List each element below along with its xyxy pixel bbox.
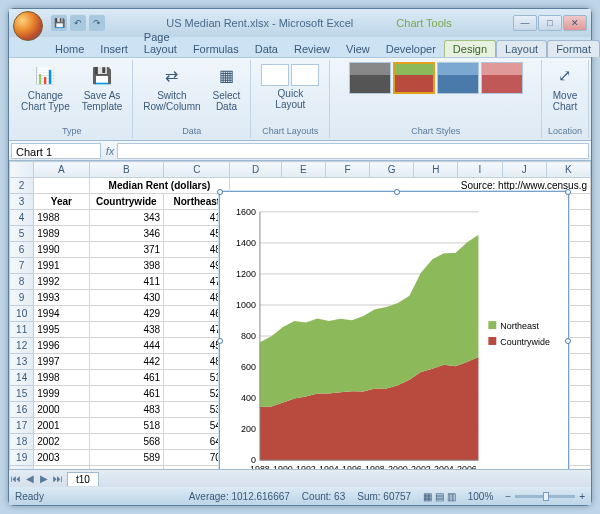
formula-bar: Chart 1 fx xyxy=(9,141,591,161)
save-icon[interactable]: 💾 xyxy=(51,15,67,31)
svg-text:1600: 1600 xyxy=(236,207,256,217)
tab-insert[interactable]: Insert xyxy=(92,41,136,57)
svg-text:2002: 2002 xyxy=(411,464,431,469)
zoom-level[interactable]: 100% xyxy=(468,491,494,502)
ribbon: 📊Change Chart Type 💾Save As Template Typ… xyxy=(9,57,591,141)
close-button[interactable]: ✕ xyxy=(563,15,587,31)
svg-text:600: 600 xyxy=(241,362,256,372)
svg-text:400: 400 xyxy=(241,393,256,403)
switch-row-col-button[interactable]: ⇄Switch Row/Column xyxy=(139,62,204,114)
name-box[interactable]: Chart 1 xyxy=(11,143,101,159)
svg-text:1996: 1996 xyxy=(342,464,362,469)
svg-text:1400: 1400 xyxy=(236,238,256,248)
chart-style-thumb[interactable] xyxy=(349,62,391,94)
tab-first-icon[interactable]: ⏮ xyxy=(9,473,23,484)
sheet-tab[interactable]: t10 xyxy=(67,472,99,486)
fx-icon[interactable]: fx xyxy=(103,145,117,157)
svg-rect-30 xyxy=(488,321,496,329)
undo-icon[interactable]: ↶ xyxy=(70,15,86,31)
svg-text:1200: 1200 xyxy=(236,269,256,279)
chart-styles-gallery[interactable] xyxy=(349,62,523,126)
redo-icon[interactable]: ↷ xyxy=(89,15,105,31)
minimize-button[interactable]: — xyxy=(513,15,537,31)
quick-access-toolbar: 💾 ↶ ↷ xyxy=(51,15,105,31)
svg-text:1998: 1998 xyxy=(365,464,385,469)
chart-style-thumb[interactable] xyxy=(393,62,435,94)
svg-text:2006: 2006 xyxy=(457,464,477,469)
window-title: US Median Rent.xlsx - Microsoft Excel Ch… xyxy=(105,17,513,29)
sheet-tab-bar: ⏮◀▶⏭ t10 xyxy=(9,469,591,487)
svg-text:Northeast: Northeast xyxy=(500,321,539,331)
tab-view[interactable]: View xyxy=(338,41,378,57)
svg-text:1000: 1000 xyxy=(236,300,256,310)
tab-data[interactable]: Data xyxy=(247,41,286,57)
tab-format[interactable]: Format xyxy=(547,40,600,57)
svg-text:1994: 1994 xyxy=(319,464,339,469)
tab-next-icon[interactable]: ▶ xyxy=(37,473,51,484)
tab-last-icon[interactable]: ⏭ xyxy=(51,473,65,484)
tab-review[interactable]: Review xyxy=(286,41,338,57)
tab-page-layout[interactable]: Page Layout xyxy=(136,29,185,57)
svg-text:2004: 2004 xyxy=(434,464,454,469)
area-chart: 0200400600800100012001400160019881990199… xyxy=(220,192,568,469)
svg-text:Countrywide: Countrywide xyxy=(500,337,550,347)
tab-formulas[interactable]: Formulas xyxy=(185,41,247,57)
select-data-button[interactable]: ▦Select Data xyxy=(209,62,245,114)
zoom-slider[interactable]: −+ xyxy=(505,491,585,502)
svg-text:1990: 1990 xyxy=(273,464,293,469)
status-sum: Sum: 60757 xyxy=(357,491,411,502)
maximize-button[interactable]: □ xyxy=(538,15,562,31)
quick-layout-button[interactable]: Quick Layout xyxy=(257,62,323,112)
formula-input[interactable] xyxy=(117,143,589,159)
embedded-chart[interactable]: 0200400600800100012001400160019881990199… xyxy=(219,191,569,469)
ribbon-tabs: HomeInsertPage LayoutFormulasDataReviewV… xyxy=(9,37,591,57)
svg-text:200: 200 xyxy=(241,424,256,434)
status-ready: Ready xyxy=(15,491,44,502)
status-bar: Ready Average: 1012.616667 Count: 63 Sum… xyxy=(9,487,591,505)
office-button[interactable] xyxy=(13,11,43,41)
svg-text:1992: 1992 xyxy=(296,464,316,469)
tab-developer[interactable]: Developer xyxy=(378,41,444,57)
svg-text:1988: 1988 xyxy=(250,464,270,469)
tab-layout[interactable]: Layout xyxy=(496,40,547,57)
svg-text:2000: 2000 xyxy=(388,464,408,469)
tab-prev-icon[interactable]: ◀ xyxy=(23,473,37,484)
save-template-button[interactable]: 💾Save As Template xyxy=(78,62,127,114)
chart-style-thumb[interactable] xyxy=(481,62,523,94)
tab-home[interactable]: Home xyxy=(47,41,92,57)
chart-style-thumb[interactable] xyxy=(437,62,479,94)
svg-rect-32 xyxy=(488,337,496,345)
worksheet-grid[interactable]: ABCDEFGHIJK2Median Rent (dollars)Source:… xyxy=(9,161,591,469)
svg-text:800: 800 xyxy=(241,331,256,341)
status-count: Count: 63 xyxy=(302,491,345,502)
tab-design[interactable]: Design xyxy=(444,40,496,57)
status-average: Average: 1012.616667 xyxy=(189,491,290,502)
move-chart-button[interactable]: ⤢Move Chart xyxy=(549,62,581,114)
change-chart-type-button[interactable]: 📊Change Chart Type xyxy=(17,62,74,114)
titlebar: 💾 ↶ ↷ US Median Rent.xlsx - Microsoft Ex… xyxy=(9,9,591,37)
